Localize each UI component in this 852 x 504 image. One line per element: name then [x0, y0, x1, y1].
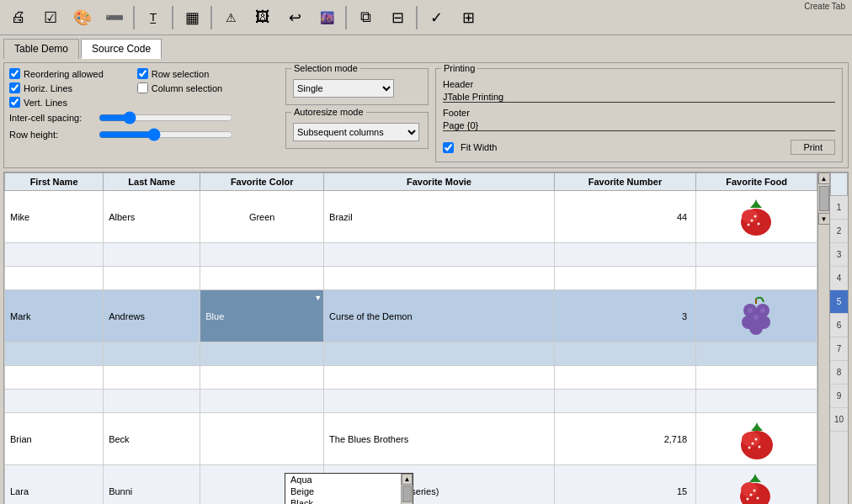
scroll-up-button[interactable]: ▲	[818, 172, 830, 184]
col-fav-food[interactable]: Favorite Food	[696, 173, 817, 191]
cell-number[interactable]: 44	[554, 191, 695, 243]
toolbar-separator-2	[172, 6, 173, 29]
vert-lines-label: Vert. Lines	[24, 98, 67, 108]
svg-point-19	[742, 432, 760, 447]
row-selection-checkbox[interactable]	[137, 68, 148, 79]
minus-toolbar-button[interactable]: ➖	[99, 3, 130, 32]
dropdown-item[interactable]: Black	[285, 497, 401, 504]
row-num-5: 5	[830, 290, 848, 314]
cell-first[interactable]: Lara	[5, 465, 104, 505]
svg-point-16	[760, 308, 765, 313]
strawberry3-icon	[733, 467, 780, 504]
col-fav-color[interactable]: Favorite Color	[200, 173, 324, 191]
cell-first[interactable]: Mark	[5, 290, 104, 342]
layout-toolbar-button[interactable]: ⧉	[350, 3, 381, 32]
tab-source-code[interactable]: Source Code	[81, 39, 162, 59]
cell-first[interactable]: Brian	[5, 413, 104, 465]
dropdown-arrow-icon[interactable]: ▼	[314, 294, 322, 302]
cell-color[interactable]	[200, 413, 324, 465]
svg-point-33	[747, 498, 749, 501]
toolbar: 🖨 ☑ 🎨 ➖ T̲ ▦ ⚠ 🖼 ↩ 🌆 ⧉ ⊟ ✓ ⊞ Create Tab	[0, 0, 852, 35]
inter-cell-slider[interactable]	[99, 111, 233, 125]
footer-label: Footer	[443, 108, 835, 118]
fit-width-label: Fit Width	[461, 142, 497, 152]
cell-food	[696, 413, 817, 465]
image-toolbar-button[interactable]: 🖼	[248, 3, 278, 32]
toolbar-separator-4	[345, 6, 347, 29]
split-toolbar-button[interactable]: ⊟	[382, 3, 413, 32]
col-fav-number[interactable]: Favorite Number	[554, 173, 695, 191]
header-input[interactable]	[443, 92, 835, 103]
svg-point-13	[749, 321, 763, 335]
selection-mode-group: Selection mode Single Multiple None	[285, 68, 429, 105]
row-height-row: Row height:	[9, 128, 279, 141]
cell-number[interactable]: 2,718	[554, 413, 695, 465]
cell-first[interactable]: Mike	[5, 191, 104, 243]
scroll-down-button[interactable]: ▼	[818, 213, 830, 225]
cell-movie[interactable]: Curse of the Demon	[324, 290, 555, 342]
reordering-checkbox[interactable]	[9, 68, 20, 79]
print-toolbar-button[interactable]: 🖨	[3, 3, 34, 32]
toolbar-separator-1	[133, 6, 135, 29]
svg-marker-21	[754, 422, 759, 428]
table-scrollbar: ▲ ▼	[817, 172, 829, 504]
footer-input[interactable]	[443, 120, 835, 131]
row-selection-label: Row selection	[152, 69, 209, 79]
main-table: First Name Last Name Favorite Color Favo…	[4, 172, 817, 504]
ok-toolbar-button[interactable]: ✓	[421, 3, 451, 32]
row-num-10: 10	[830, 408, 848, 432]
dropdown-item[interactable]: Aqua	[285, 474, 401, 485]
cell-last[interactable]: Andrews	[104, 290, 200, 342]
row-height-label: Row height:	[9, 130, 93, 140]
row-num-4: 4	[830, 267, 848, 290]
dropdown-scroll-thumb[interactable]	[402, 485, 412, 502]
print-button[interactable]: Print	[791, 140, 835, 155]
table-row: Mike Albers Green Brazil 44	[5, 191, 817, 243]
photo-toolbar-button[interactable]: 🌆	[312, 3, 342, 32]
table-row	[5, 342, 817, 366]
svg-point-32	[753, 490, 756, 492]
dropdown-scroll-up[interactable]: ▲	[402, 474, 413, 485]
inter-cell-label: Inter-cell spacing:	[9, 113, 93, 123]
tab-table-demo[interactable]: Table Demo	[3, 39, 79, 59]
col-last-name[interactable]: Last Name	[104, 173, 200, 191]
arrow-toolbar-button[interactable]: ↩	[280, 3, 310, 32]
svg-marker-29	[753, 474, 758, 480]
color-dropdown: Aqua Beige Black Blue Electric Blue JFC …	[285, 473, 413, 504]
cell-last[interactable]: Bunni	[104, 465, 200, 505]
selection-mode-select[interactable]: Single Multiple None	[293, 79, 394, 98]
table-row	[5, 267, 817, 290]
col-first-name[interactable]: First Name	[5, 173, 104, 191]
palette-toolbar-button[interactable]: 🎨	[67, 3, 98, 32]
vert-lines-checkbox[interactable]	[9, 97, 20, 108]
autoresize-legend: Autoresize mode	[291, 107, 366, 117]
info-toolbar-button[interactable]: ⚠	[216, 3, 246, 32]
column-selection-row: Column selection	[137, 82, 222, 93]
check-toolbar-button[interactable]: ☑	[35, 3, 66, 32]
cell-last[interactable]: Beck	[104, 413, 200, 465]
dropdown-item[interactable]: Beige	[285, 485, 401, 497]
grid-toolbar-button[interactable]: ⊞	[453, 3, 483, 32]
scroll-thumb[interactable]	[819, 186, 829, 211]
cell-last[interactable]: Albers	[104, 191, 200, 243]
row-selection-row: Row selection	[137, 68, 222, 79]
fit-width-checkbox[interactable]	[443, 142, 454, 153]
cell-number[interactable]: 3	[554, 290, 695, 342]
cell-color[interactable]: Blue ▼	[200, 290, 324, 342]
cell-movie[interactable]: The Blues Brothers	[324, 413, 555, 465]
horiz-lines-checkbox[interactable]	[9, 82, 20, 93]
tabs-bar: Table Demo Source Code	[0, 35, 852, 59]
text-toolbar-button[interactable]: T̲	[138, 3, 168, 32]
cell-number[interactable]: 15	[554, 465, 695, 505]
table-row	[5, 366, 817, 390]
table-toolbar-button[interactable]: ▦	[177, 3, 207, 32]
cell-movie[interactable]: Brazil	[324, 191, 555, 243]
reordering-row: Reordering allowed	[9, 68, 104, 79]
dropdown-list: Aqua Beige Black Blue Electric Blue JFC …	[285, 474, 401, 504]
row-height-slider[interactable]	[99, 128, 233, 141]
column-selection-checkbox[interactable]	[137, 82, 148, 93]
autoresize-select[interactable]: Subsequent columns All columns Last colu…	[293, 123, 419, 141]
svg-point-15	[748, 308, 753, 313]
col-fav-movie[interactable]: Favorite Movie	[324, 173, 555, 191]
cell-color[interactable]: Green	[200, 191, 324, 243]
